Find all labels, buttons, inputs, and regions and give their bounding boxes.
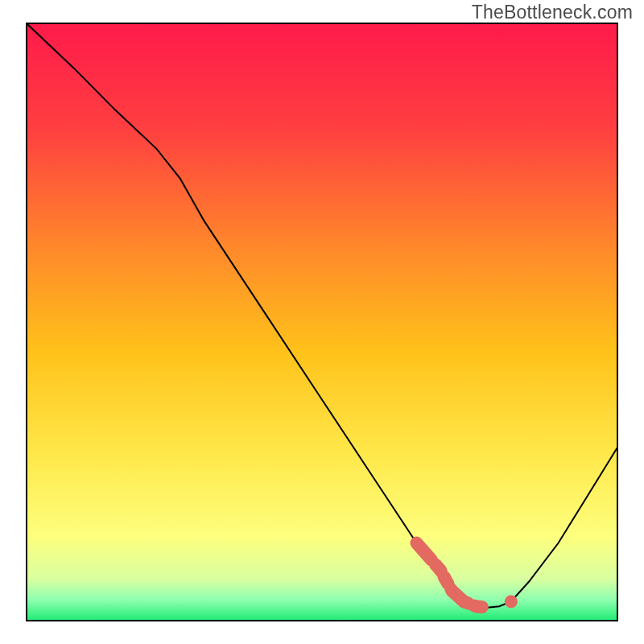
watermark: TheBottleneck.com <box>472 2 633 23</box>
plot-background <box>27 23 617 621</box>
bottleneck-chart <box>0 0 644 644</box>
highlight-dot <box>505 595 518 608</box>
